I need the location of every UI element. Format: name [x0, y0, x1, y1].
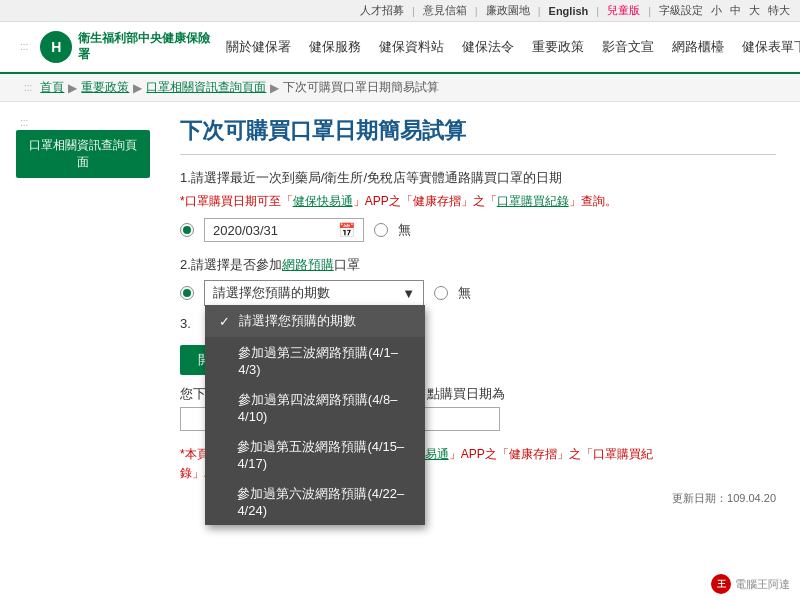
- breadcrumb-level3[interactable]: 口罩相關資訊查詢頁面: [146, 79, 266, 96]
- sep2: |: [475, 5, 478, 17]
- children-version-link[interactable]: 兒童版: [607, 3, 640, 18]
- breadcrumb-sep2: ▶: [133, 81, 142, 95]
- date-radio[interactable]: [180, 223, 194, 237]
- date-value: 2020/03/31: [213, 223, 278, 238]
- date-row: 2020/03/31 📅 無: [180, 218, 776, 242]
- integrity-link[interactable]: 廉政園地: [486, 3, 530, 18]
- watermark-text: 電腦王阿達: [735, 577, 790, 592]
- dropdown-radio[interactable]: [180, 286, 194, 300]
- dropdown-row: 請選擇您預購的期數 ▼ ✓ 請選擇您預購的期數 參加過第三波網路預購(4/1–4…: [180, 280, 776, 306]
- dropdown-menu: ✓ 請選擇您預購的期數 參加過第三波網路預購(4/1–4/3) 參加過第四波網路…: [205, 305, 425, 525]
- logo-text[interactable]: 衛生福利部中央健康保險署: [78, 31, 210, 62]
- logo-area: H 衛生福利部中央健康保險署: [40, 31, 210, 63]
- sep4: |: [596, 5, 599, 17]
- wu-label: 無: [398, 221, 411, 239]
- calendar-icon[interactable]: 📅: [338, 222, 355, 238]
- dropdown-option-2[interactable]: 參加過第四波網路預購(4/8–4/10): [205, 384, 425, 431]
- dropdown-wu-radio[interactable]: [434, 286, 448, 300]
- main-content: 下次可購買口罩日期簡易試算 1.請選擇最近一次到藥局/衛生所/免稅店等實體通路購…: [160, 102, 800, 600]
- app-link2[interactable]: 口罩購買紀錄: [497, 194, 569, 208]
- font-large-btn[interactable]: 大: [749, 3, 760, 18]
- dropdown-option-label-4: 參加過第六波網路預購(4/22–4/24): [237, 485, 411, 518]
- logo-icon: H: [40, 31, 72, 63]
- section1-note: *口罩購買日期可至「健保快易通」APP之「健康存摺」之「口罩購買紀錄」查詢。: [180, 193, 776, 210]
- breadcrumb-sep1: ▶: [68, 81, 77, 95]
- nav-policy[interactable]: 重要政策: [524, 34, 592, 60]
- nav-forms[interactable]: 健保表單下載: [734, 34, 800, 60]
- watermark: 王 電腦王阿達: [711, 574, 790, 594]
- dropdown-option-0[interactable]: ✓ 請選擇您預購的期數: [205, 305, 425, 337]
- dropdown-option-label-1: 參加過第三波網路預購(4/1–4/3): [238, 344, 411, 377]
- nav-portal[interactable]: 網路櫃檯: [664, 34, 732, 60]
- breadcrumb-level2[interactable]: 重要政策: [81, 79, 129, 96]
- wu-radio[interactable]: [374, 223, 388, 237]
- sep3: |: [538, 5, 541, 17]
- mailbox-link[interactable]: 意見信箱: [423, 3, 467, 18]
- site-header: ::: H 衛生福利部中央健康保險署 關於健保署 健保服務 健保資料站 健保法令…: [0, 22, 800, 74]
- sep1: |: [412, 5, 415, 17]
- section3-label: 3.: [180, 316, 191, 331]
- sidebar: ::: 口罩相關資訊查詢頁面: [0, 102, 160, 600]
- font-size-label: 字級設定: [659, 3, 703, 18]
- section2-label: 2.請選擇是否參加網路預購口罩: [180, 256, 776, 274]
- watermark-icon-text: 王: [717, 578, 726, 591]
- app-link1[interactable]: 健保快易通: [293, 194, 353, 208]
- font-xlarge-btn[interactable]: 特大: [768, 3, 790, 18]
- nav-law[interactable]: 健保法令: [454, 34, 522, 60]
- font-small-btn[interactable]: 小: [711, 3, 722, 18]
- check-icon: ✓: [219, 314, 233, 329]
- dropdown-option-label-0: 請選擇您預購的期數: [239, 312, 356, 330]
- breadcrumb-home[interactable]: 首頁: [40, 79, 64, 96]
- drag-handle-breadcrumb: :::: [20, 81, 36, 95]
- dropdown-wu-label: 無: [458, 284, 471, 302]
- nav-service[interactable]: 健保服務: [301, 34, 369, 60]
- page-title: 下次可購買口罩日期簡易試算: [180, 116, 776, 155]
- logo-letter: H: [51, 39, 61, 55]
- dropdown-option-label-2: 參加過第四波網路預購(4/8–4/10): [238, 391, 411, 424]
- nav-data[interactable]: 健保資料站: [371, 34, 452, 60]
- nav-about[interactable]: 關於健保署: [218, 34, 299, 60]
- nav-media[interactable]: 影音文宣: [594, 34, 662, 60]
- english-link[interactable]: English: [549, 5, 589, 17]
- dropdown-option-3[interactable]: 參加過第五波網路預購(4/15–4/17): [205, 431, 425, 478]
- main-nav: 關於健保署 健保服務 健保資料站 健保法令 重要政策 影音文宣 網路櫃檯 健保表…: [218, 33, 800, 61]
- dropdown-option-label-3: 參加過第五波網路預購(4/15–4/17): [237, 438, 411, 471]
- sep5: |: [648, 5, 651, 17]
- preorder-dropdown[interactable]: 請選擇您預購的期數 ▼ ✓ 請選擇您預購的期數 參加過第三波網路預購(4/1–4…: [204, 280, 424, 306]
- section1-label: 1.請選擇最近一次到藥局/衛生所/免稅店等實體通路購買口罩的日期: [180, 169, 776, 187]
- dropdown-option-4[interactable]: 參加過第六波網路預購(4/22–4/24): [205, 478, 425, 525]
- drag-handle-sidebar: :::: [16, 116, 150, 130]
- sidebar-mask-query-btn[interactable]: 口罩相關資訊查詢頁面: [16, 130, 150, 178]
- recruitment-link[interactable]: 人才招募: [360, 3, 404, 18]
- breadcrumb-sep3: ▶: [270, 81, 279, 95]
- dropdown-option-1[interactable]: 參加過第三波網路預購(4/1–4/3): [205, 337, 425, 384]
- breadcrumb: ::: 首頁 ▶ 重要政策 ▶ 口罩相關資訊查詢頁面 ▶ 下次可購買口罩日期簡易…: [0, 74, 800, 102]
- content-wrapper: ::: 口罩相關資訊查詢頁面 下次可購買口罩日期簡易試算 1.請選擇最近一次到藥…: [0, 102, 800, 600]
- breadcrumb-current: 下次可購買口罩日期簡易試算: [283, 79, 439, 96]
- top-utility-bar: 人才招募 | 意見信箱 | 廉政園地 | English | 兒童版 | 字級設…: [0, 0, 800, 22]
- drag-handle-logo: :::: [16, 40, 32, 54]
- online-preorder-link[interactable]: 網路預購: [282, 257, 334, 272]
- dropdown-arrow-icon: ▼: [402, 286, 415, 301]
- dropdown-selected-text: 請選擇您預購的期數: [213, 284, 330, 302]
- date-input[interactable]: 2020/03/31 📅: [204, 218, 364, 242]
- section2: 2.請選擇是否參加網路預購口罩 請選擇您預購的期數 ▼ ✓ 請選擇您預購的期數: [180, 256, 776, 306]
- watermark-icon: 王: [711, 574, 731, 594]
- font-mid-btn[interactable]: 中: [730, 3, 741, 18]
